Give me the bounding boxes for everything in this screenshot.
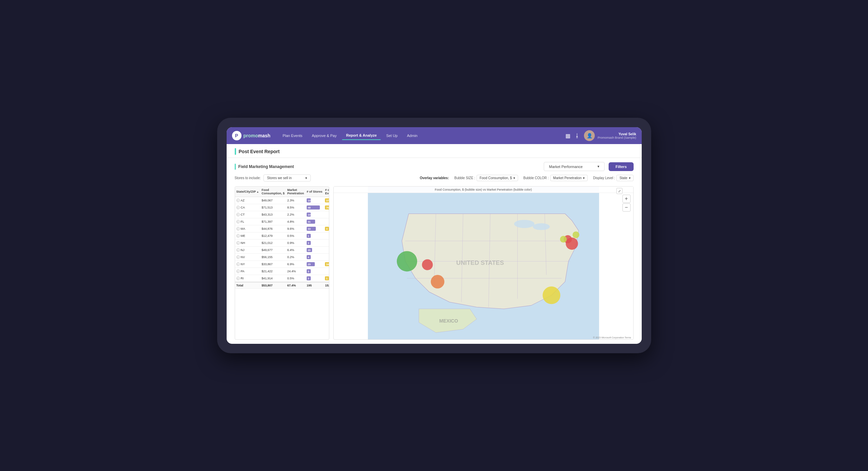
stores-cell: 33 [305,225,324,232]
data-row: State/City/ZIP FoodConsumption, $ Market… [235,186,634,340]
total-label: Total [235,282,260,289]
total-market: 67.4% [286,282,305,289]
bubble-size-label: Bubble SIZE : [454,176,475,180]
table-row[interactable]: +NV$56,1550.2%40 [235,254,329,261]
table-row[interactable]: +MA$44,8769.6%334 [235,225,329,232]
user-company: Promomash Brand (Sample) [597,136,636,139]
nav-items: Plan Events Approve & Pay Report & Analy… [279,131,566,140]
table-row[interactable]: +CA$71,5138.5%4876 [235,204,329,211]
market-cell: 9.6% [286,225,305,232]
device-frame: P promomash Plan Events Approve & Pay Re… [217,118,651,353]
stores-cell: 29 [305,261,324,268]
chevron-down-icon: ▾ [597,164,599,169]
page-title-text: Post Event Report [239,149,280,154]
svg-point-20 [560,236,567,243]
table-row[interactable]: +NJ$49,6776.4%200 [235,247,329,254]
events-cell: 0 [324,211,329,218]
stores-include-dropdown[interactable]: Stores we sell in ▾ [263,174,311,182]
col-events[interactable]: # ofEvents [324,187,329,197]
nav-set-up[interactable]: Set Up [382,132,402,140]
state-cell: +NV [235,254,260,261]
market-cell: 6.4% [286,247,305,254]
page-title: Post Event Report [235,148,634,155]
state-cell: +NH [235,240,260,247]
state-cell: +CA [235,204,260,211]
table-row[interactable]: +NH$21,0120.9%30 [235,240,329,247]
state-cell: +NY [235,261,260,268]
stores-cell: 3 [305,240,324,247]
overlay-row: Overlay variables: Bubble SIZE : Food Co… [420,175,633,181]
events-cell: 1 [324,275,329,282]
svg-point-19 [572,231,579,238]
total-stores: 195 [305,282,324,289]
table-row[interactable]: +CT$43,3132.2%100 [235,211,329,218]
food-cell: $43,313 [260,211,286,218]
market-cell: 0.5% [286,232,305,240]
svg-point-12 [533,223,550,230]
download-icon[interactable]: ⭳ [575,133,580,139]
bubble-color-label: Bubble COLOR : [524,176,549,180]
events-cell: 34 [324,261,329,268]
state-cell: +RI [235,275,260,282]
chevron-down-icon-display: ▾ [629,176,631,180]
food-cell: $33,867 [260,261,286,268]
navbar-right: ▩ ⭳ 👤 Yuval Selik Promomash Brand (Sampl… [565,130,636,141]
market-cell: 2.2% [286,211,305,218]
nav-plan-events[interactable]: Plan Events [279,132,307,140]
filters-button[interactable]: Filters [609,162,633,171]
market-cell: 6.9% [286,261,305,268]
food-cell: $21,422 [260,268,286,275]
state-cell: +CT [235,211,260,218]
market-performance-dropdown[interactable]: Market Performance ▾ [544,162,605,171]
table-row[interactable]: +AZ$49,0672.3%1037 [235,197,329,204]
table-row[interactable]: +FL$71,3974.8%310 [235,218,329,225]
bar-chart-icon[interactable]: ▩ [565,133,570,139]
map-attribution: © 2023 Microsoft Corporation Terms [593,336,631,339]
events-cell: 37 [324,197,329,204]
state-cell: +PA [235,268,260,275]
logo[interactable]: P promomash [232,131,271,140]
data-table: State/City/ZIP FoodConsumption, $ Market… [235,187,329,289]
nav-report-analyze[interactable]: Report & Analyze [342,131,381,140]
col-food[interactable]: FoodConsumption, $ [260,187,286,197]
map-container: Food Consumption, $ (bubble size) vs Mar… [333,186,634,340]
user-info: Yuval Selik Promomash Brand (Sample) [597,132,636,139]
display-level-label: Display Level : [593,176,615,180]
zoom-in-button[interactable]: + [622,195,631,203]
display-level-dropdown[interactable]: State ▾ [616,175,633,181]
chevron-down-icon-stores: ▾ [305,176,307,180]
table-row[interactable]: +ME$12,4790.5%10 [235,232,329,240]
col-market[interactable]: MarketPenetration [286,187,305,197]
data-table-container[interactable]: State/City/ZIP FoodConsumption, $ Market… [235,186,329,340]
stores-cell: 4 [305,254,324,261]
col-stores[interactable]: # of Stores [305,187,324,197]
bubble-color-dropdown[interactable]: Market Penetration ▾ [550,175,588,181]
nav-approve-pay[interactable]: Approve & Pay [308,132,340,140]
stores-cell: 1 [305,232,324,240]
avatar: 👤 [584,130,595,141]
table-row[interactable]: +PA$21,42224.4%30 [235,268,329,275]
map-svg: MEXICO UNITED STATES [334,187,633,339]
svg-point-13 [397,251,417,271]
events-cell: 0 [324,247,329,254]
bubble-size-dropdown[interactable]: Food Consumption, $ ▾ [477,175,518,181]
col-state[interactable]: State/City/ZIP [235,187,260,197]
food-cell: $49,067 [260,197,286,204]
svg-point-11 [514,220,534,228]
events-cell: 4 [324,225,329,232]
nav-admin[interactable]: Admin [403,132,422,140]
events-cell: 0 [324,268,329,275]
market-cell: 0.9% [286,240,305,247]
table-row[interactable]: +NY$33,8676.9%2934 [235,261,329,268]
expand-icon[interactable]: ⤢ [616,188,622,194]
section-controls: Market Performance ▾ Filters [544,162,633,171]
user-menu[interactable]: 👤 Yuval Selik Promomash Brand (Sample) [584,130,636,141]
food-cell: $44,876 [260,225,286,232]
state-cell: +NJ [235,247,260,254]
table-row[interactable]: +RI$41,9140.5%31 [235,275,329,282]
map-title: Food Consumption, $ (bubble size) vs Mar… [334,187,633,193]
page-header: Post Event Report [227,144,642,158]
market-cell: 0.2% [286,254,305,261]
zoom-out-button[interactable]: − [622,203,631,212]
events-cell: 0 [324,240,329,247]
